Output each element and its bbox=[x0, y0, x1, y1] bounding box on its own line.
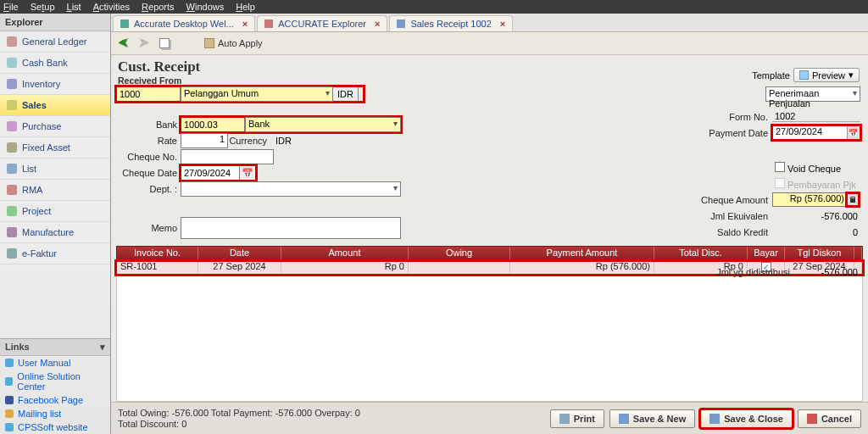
pembayaran-pjk-checkbox bbox=[775, 178, 785, 188]
web-icon bbox=[5, 423, 14, 431]
menu-activities[interactable]: Activities bbox=[93, 2, 130, 12]
tab-icon bbox=[397, 19, 405, 28]
copy-button[interactable] bbox=[157, 36, 172, 51]
printer-icon bbox=[559, 414, 570, 424]
close-icon[interactable]: × bbox=[242, 19, 248, 29]
memo-label: Memo bbox=[116, 223, 181, 233]
jml-dist-value: -576.000 bbox=[794, 267, 860, 277]
cheque-amount-label: Cheque Amount bbox=[684, 195, 772, 205]
apply-icon bbox=[204, 38, 214, 48]
tab-sales-receipt[interactable]: Sales Receipt 1002× bbox=[389, 15, 513, 31]
close-icon[interactable]: × bbox=[500, 19, 505, 29]
menu-list[interactable]: List bbox=[67, 2, 81, 12]
payment-date-input[interactable]: 27/09/2024📅 bbox=[772, 125, 860, 140]
jml-ekuiv-label: Jml Ekuivalen bbox=[684, 211, 772, 221]
void-cheque-label: Void Cheque bbox=[787, 164, 841, 174]
main-area: Accurate Desktop Wel...× ACCURATE Explor… bbox=[111, 14, 868, 434]
print-button[interactable]: Print bbox=[550, 409, 604, 428]
sidebar-item-general-ledger[interactable]: General Ledger bbox=[0, 31, 110, 53]
sidebar-item-sales[interactable]: Sales bbox=[0, 95, 110, 116]
currency-value: IDR bbox=[270, 136, 292, 146]
manufacture-icon bbox=[7, 227, 17, 237]
list-icon bbox=[7, 164, 17, 174]
menu-file[interactable]: File bbox=[3, 2, 19, 12]
saldo-label: Saldo Kredit bbox=[684, 227, 772, 237]
purchase-icon bbox=[7, 121, 17, 131]
col-owing[interactable]: Owing bbox=[409, 247, 510, 260]
template-label: Template bbox=[752, 70, 790, 81]
customer-code-input[interactable] bbox=[116, 86, 181, 102]
sidebar: Explorer General Ledger Cash Bank Invent… bbox=[0, 14, 111, 434]
nav-forward-button[interactable]: ⮞ bbox=[136, 36, 152, 51]
link-solution-center[interactable]: Online Solution Center bbox=[0, 370, 110, 393]
col-amount[interactable]: Amount bbox=[281, 247, 409, 260]
calendar-icon: 📅 bbox=[242, 168, 253, 179]
dept-select[interactable] bbox=[181, 181, 401, 197]
form-no-label: Form No. bbox=[684, 112, 772, 122]
cancel-button[interactable]: Cancel bbox=[798, 409, 861, 428]
link-mailing-list[interactable]: Mailing list bbox=[0, 407, 110, 420]
sidebar-item-list[interactable]: List bbox=[0, 159, 110, 180]
calculator-button[interactable]: 🖩 bbox=[847, 193, 859, 206]
arrow-right-icon: ⮞ bbox=[138, 36, 150, 50]
menu-setup[interactable]: Setup bbox=[31, 2, 55, 12]
save-close-icon bbox=[709, 414, 720, 424]
sidebar-item-inventory[interactable]: Inventory bbox=[0, 74, 110, 95]
link-user-manual[interactable]: User Manual bbox=[0, 356, 110, 370]
bank-name-select[interactable]: Bank bbox=[245, 117, 401, 132]
sidebar-item-fixed-asset[interactable]: Fixed Asset bbox=[0, 137, 110, 159]
links-header: Links bbox=[5, 342, 30, 353]
calendar-button[interactable]: 📅 bbox=[240, 165, 256, 181]
preview-icon bbox=[799, 70, 809, 80]
right-panel: Form No.1002 Payment Date27/09/2024📅 Voi… bbox=[684, 108, 860, 280]
save-new-button[interactable]: Save & New bbox=[609, 409, 695, 428]
col-invoice-no[interactable]: Invoice No. bbox=[117, 247, 198, 260]
cheque-amount-input[interactable]: Rp (576.000)🖩 bbox=[772, 192, 860, 207]
tab-explorer[interactable]: ACCURATE Explorer× bbox=[257, 15, 387, 31]
auto-apply-button[interactable]: Auto Apply bbox=[204, 38, 263, 48]
sidebar-item-efaktur[interactable]: e-Faktur bbox=[0, 243, 110, 264]
menu-windows[interactable]: Windows bbox=[186, 2, 225, 12]
col-date[interactable]: Date bbox=[198, 247, 281, 260]
mail-icon bbox=[5, 409, 14, 418]
jml-ekuiv-value: -576.000 bbox=[772, 211, 860, 221]
tab-welcome[interactable]: Accurate Desktop Wel...× bbox=[113, 15, 255, 31]
cheque-date-input[interactable] bbox=[181, 165, 240, 181]
links-expand-icon[interactable]: ▾ bbox=[100, 342, 105, 353]
template-select[interactable]: Penerimaan Penjualan bbox=[765, 86, 860, 102]
currency-label: Currency bbox=[228, 136, 270, 146]
arrow-left-icon: ⮜ bbox=[118, 36, 130, 50]
close-icon[interactable]: × bbox=[375, 19, 380, 29]
sidebar-item-cash-bank[interactable]: Cash Bank bbox=[0, 53, 110, 74]
footer: Total Owing: -576.000 Total Payment: -57… bbox=[111, 402, 868, 434]
link-cpssoft[interactable]: CPSSoft website bbox=[0, 420, 110, 434]
save-close-button[interactable]: Save & Close bbox=[700, 409, 793, 428]
bank-code-input[interactable] bbox=[181, 117, 245, 132]
sidebar-item-rma[interactable]: RMA bbox=[0, 180, 110, 201]
menu-help[interactable]: Help bbox=[236, 2, 255, 12]
tab-icon bbox=[264, 19, 273, 28]
void-cheque-checkbox[interactable] bbox=[775, 162, 785, 172]
preview-button[interactable]: Preview▾ bbox=[793, 68, 860, 82]
menubar: File Setup List Activities Reports Windo… bbox=[0, 0, 868, 14]
efaktur-icon bbox=[7, 248, 17, 259]
menu-reports[interactable]: Reports bbox=[142, 2, 175, 12]
save-icon bbox=[619, 414, 629, 424]
globe-icon bbox=[5, 377, 13, 386]
col-payment[interactable]: Payment Amount bbox=[510, 247, 654, 260]
grid-empty-area bbox=[116, 275, 863, 402]
customer-name-select[interactable]: Pelanggan Umum bbox=[181, 86, 333, 102]
cheque-no-label: Cheque No. bbox=[116, 152, 181, 162]
ledger-icon bbox=[7, 36, 17, 47]
nav-back-button[interactable]: ⮜ bbox=[116, 36, 131, 51]
totals-summary: Total Owing: -576.000 Total Payment: -57… bbox=[118, 408, 360, 430]
calendar-icon[interactable]: 📅 bbox=[847, 126, 859, 139]
cheque-date-label: Cheque Date bbox=[116, 168, 181, 178]
cheque-no-input[interactable] bbox=[181, 149, 274, 164]
sidebar-item-manufacture[interactable]: Manufacture bbox=[0, 222, 110, 243]
sidebar-item-project[interactable]: Project bbox=[0, 201, 110, 222]
link-facebook[interactable]: Facebook Page bbox=[0, 393, 110, 407]
memo-input[interactable] bbox=[181, 217, 401, 239]
bank-label: Bank bbox=[116, 120, 181, 130]
sidebar-item-purchase[interactable]: Purchase bbox=[0, 116, 110, 137]
